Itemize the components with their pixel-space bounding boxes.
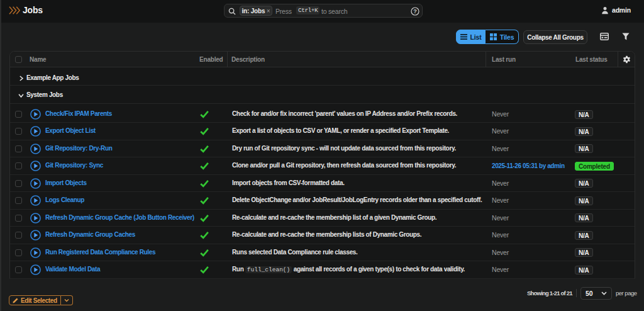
svg-text:?: ? <box>413 8 417 14</box>
